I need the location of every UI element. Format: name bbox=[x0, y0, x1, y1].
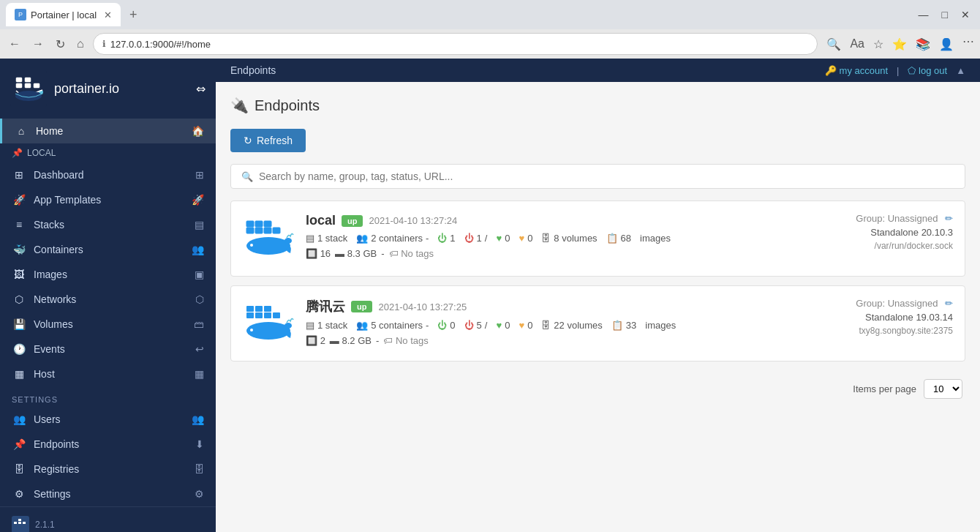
local-stopped: ⏻ 1 / bbox=[464, 233, 488, 244]
home-button[interactable]: ⌂ bbox=[74, 34, 87, 53]
sidebar-item-events[interactable]: 🕐 Events ↩ bbox=[0, 337, 216, 361]
tengxun-healthy-icon: ♥ bbox=[496, 320, 502, 331]
url-box[interactable]: ℹ 127.0.0.1:9000/#!/home bbox=[93, 33, 818, 55]
tengxun-containers: 👥 5 containers - bbox=[356, 320, 429, 331]
sidebar-local-label: 📌 LOCAL bbox=[0, 143, 216, 162]
refresh-nav-button[interactable]: ↻ bbox=[53, 34, 68, 54]
sidebar-settings-label: Settings bbox=[34, 488, 71, 500]
local-images: 📋 68 bbox=[606, 233, 631, 244]
tengxun-images: 📋 33 bbox=[611, 320, 636, 331]
stopped-icon: ⏻ bbox=[464, 233, 474, 244]
images-icon: 🖼 bbox=[12, 269, 26, 280]
sidebar-dashboard-label: Dashboard bbox=[34, 169, 84, 181]
sidebar-item-stacks[interactable]: ≡ Stacks ▤ bbox=[0, 212, 216, 237]
refresh-button[interactable]: ↻ Refresh bbox=[230, 129, 306, 152]
sidebar-item-images[interactable]: 🖼 Images ▣ bbox=[0, 262, 216, 287]
svg-rect-14 bbox=[255, 228, 263, 233]
containers-right-icon: 👥 bbox=[192, 244, 204, 255]
svg-rect-4 bbox=[25, 78, 31, 82]
reader-mode-button[interactable]: Aa bbox=[847, 34, 867, 54]
events-icon: 🕐 bbox=[12, 343, 26, 355]
sidebar-toggle-button[interactable]: ⇔ bbox=[196, 82, 206, 96]
tengxun-volumes: 🗄 22 volumes bbox=[541, 320, 602, 331]
users-icon: 👥 bbox=[12, 413, 26, 425]
sidebar-item-host[interactable]: ▦ Host ▦ bbox=[0, 361, 216, 386]
new-tab-button[interactable]: + bbox=[129, 7, 137, 23]
browser-tab[interactable]: P Portainer | local ✕ bbox=[6, 3, 121, 26]
home-icon: ⌂ bbox=[14, 125, 29, 137]
forward-button[interactable]: → bbox=[29, 34, 47, 53]
events-right-icon: ↩ bbox=[195, 343, 204, 355]
search-browser-button[interactable]: 🔍 bbox=[823, 34, 844, 54]
scrollbar-indicator: ▲ bbox=[956, 65, 965, 76]
tab-label: Portainer | local bbox=[31, 10, 97, 20]
sidebar-host-label: Host bbox=[34, 368, 55, 380]
svg-point-31 bbox=[284, 323, 292, 329]
sidebar-item-settings[interactable]: ⚙ Settings ⚙ bbox=[0, 482, 216, 506]
favorites-button[interactable]: ☆ bbox=[870, 34, 886, 54]
browser-menu-button[interactable]: ⋯ bbox=[962, 34, 974, 54]
local-cpu: 🔲 16 bbox=[306, 248, 331, 259]
maximize-button[interactable]: □ bbox=[938, 7, 952, 22]
svg-point-22 bbox=[250, 244, 253, 247]
tengxun-unhealthy-icon: ♥ bbox=[519, 320, 524, 331]
local-standalone: Standalone 20.10.3 bbox=[807, 227, 953, 238]
tengxun-edit-icon[interactable]: ✏ bbox=[945, 298, 953, 309]
svg-rect-10 bbox=[18, 522, 21, 524]
svg-rect-24 bbox=[255, 312, 263, 318]
running-icon: ⏻ bbox=[437, 233, 447, 244]
svg-rect-9 bbox=[14, 522, 17, 524]
endpoint-status-tengxun: up bbox=[351, 301, 372, 312]
svg-rect-29 bbox=[246, 306, 254, 312]
sidebar-item-volumes[interactable]: 💾 Volumes 🗃 bbox=[0, 312, 216, 337]
sidebar-item-home[interactable]: ⌂ Home 🏠 bbox=[0, 119, 216, 143]
volumes-right-icon: 🗃 bbox=[194, 318, 204, 330]
local-unhealthy: ♥ 0 bbox=[519, 233, 532, 244]
items-per-page-select[interactable]: 10 25 50 bbox=[924, 379, 962, 399]
close-button[interactable]: ✕ bbox=[957, 7, 974, 22]
tab-close-button[interactable]: ✕ bbox=[104, 10, 112, 20]
local-containers: 👥 2 containers - bbox=[356, 233, 429, 244]
sidebar-item-users[interactable]: 👥 Users 👥 bbox=[0, 407, 216, 432]
stacks-right-icon: ▤ bbox=[195, 219, 204, 231]
back-button[interactable]: ← bbox=[6, 34, 23, 53]
portainer-logo-icon bbox=[10, 70, 47, 107]
tengxun-group: Group: Unassigned ✏ bbox=[807, 298, 953, 309]
sidebar-item-app-templates[interactable]: 🚀 App Templates 🚀 bbox=[0, 187, 216, 212]
app-templates-right-icon: 🚀 bbox=[192, 194, 204, 206]
sidebar-item-dashboard[interactable]: ⊞ Dashboard ⊞ bbox=[0, 162, 216, 187]
endpoints-page-icon: 🔌 bbox=[230, 97, 249, 114]
minimize-button[interactable]: — bbox=[914, 7, 933, 22]
logo-text: portainer.io bbox=[54, 81, 119, 97]
bookmark-button[interactable]: ⭐ bbox=[889, 34, 910, 54]
collections-button[interactable]: 📚 bbox=[913, 34, 933, 54]
svg-rect-12 bbox=[18, 519, 21, 521]
users-right-icon: 👥 bbox=[192, 413, 204, 425]
volumes-icon: 💾 bbox=[12, 318, 26, 330]
sidebar-item-endpoints[interactable]: 📌 Endpoints ⬇ bbox=[0, 432, 216, 457]
local-tags: 🏷 No tags bbox=[389, 248, 434, 259]
search-input[interactable] bbox=[259, 171, 954, 182]
app-templates-icon: 🚀 bbox=[12, 194, 26, 206]
sidebar-item-registries[interactable]: 🗄 Registries 🗄 bbox=[0, 457, 216, 482]
window-controls: — □ ✕ bbox=[914, 7, 974, 22]
local-edit-icon[interactable]: ✏ bbox=[945, 213, 953, 224]
sidebar-volumes-label: Volumes bbox=[34, 318, 73, 330]
svg-point-32 bbox=[250, 329, 253, 331]
endpoint-info-local: local up 2021-04-10 13:27:24 ▤ 1 stack 👥… bbox=[306, 213, 807, 259]
svg-rect-28 bbox=[264, 306, 271, 312]
sidebar-version: 2.1.1 bbox=[35, 520, 55, 530]
local-running: ⏻ 1 bbox=[437, 233, 455, 244]
local-group: Group: Unassigned ✏ bbox=[807, 213, 953, 224]
endpoint-name-tengxun[interactable]: 腾讯云 bbox=[306, 298, 345, 315]
sidebar-item-networks[interactable]: ⬡ Networks ⬡ bbox=[0, 287, 216, 312]
local-volumes: 🗄 8 volumes bbox=[541, 233, 597, 244]
my-account-link[interactable]: 🔑 my account bbox=[825, 65, 888, 76]
endpoint-name-local[interactable]: local bbox=[306, 213, 336, 228]
endpoint-stats-local: ▤ 1 stack 👥 2 containers - ⏻ 1 ⏻ 1 / bbox=[306, 233, 807, 244]
sidebar-item-containers[interactable]: 🐳 Containers 👥 bbox=[0, 237, 216, 262]
sidebar-networks-label: Networks bbox=[34, 293, 76, 305]
healthy-icon: ♥ bbox=[496, 233, 502, 244]
log-out-link[interactable]: ⬠ log out bbox=[908, 65, 947, 76]
profile-button[interactable]: 👤 bbox=[936, 34, 957, 54]
